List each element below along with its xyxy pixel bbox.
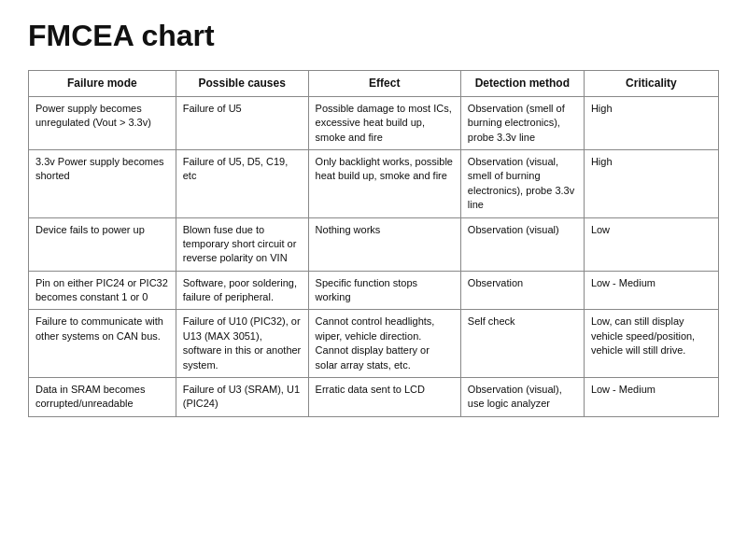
col-header-possible-causes: Possible causes xyxy=(176,71,308,97)
cell-detection_method-4: Self check xyxy=(460,310,584,378)
cell-criticality-2: Low xyxy=(584,217,718,271)
cell-detection_method-5: Observation (visual), use logic analyzer xyxy=(460,378,584,417)
cell-criticality-0: High xyxy=(584,96,718,149)
fmcea-table: Failure mode Possible causes Effect Dete… xyxy=(28,70,719,417)
cell-possible_causes-0: Failure of U5 xyxy=(176,96,308,149)
cell-effect-2: Nothing works xyxy=(308,217,460,271)
cell-failure_mode-1: 3.3v Power supply becomes shorted xyxy=(29,149,176,217)
col-header-detection-method: Detection method xyxy=(460,71,584,97)
cell-criticality-5: Low - Medium xyxy=(584,378,718,417)
table-row: 3.3v Power supply becomes shortedFailure… xyxy=(29,149,719,217)
cell-criticality-4: Low, can still display vehicle speed/pos… xyxy=(584,310,718,378)
cell-effect-0: Possible damage to most ICs, excessive h… xyxy=(308,96,460,149)
col-header-failure-mode: Failure mode xyxy=(29,71,176,97)
table-header-row: Failure mode Possible causes Effect Dete… xyxy=(29,71,719,97)
cell-failure_mode-0: Power supply becomes unregulated (Vout >… xyxy=(29,96,176,149)
table-row: Device fails to power upBlown fuse due t… xyxy=(29,217,719,271)
cell-possible_causes-3: Software, poor soldering, failure of per… xyxy=(176,271,308,310)
table-row: Power supply becomes unregulated (Vout >… xyxy=(29,96,719,149)
cell-failure_mode-2: Device fails to power up xyxy=(29,217,176,271)
cell-effect-5: Erratic data sent to LCD xyxy=(308,378,460,417)
cell-effect-4: Cannot control headlights, wiper, vehicl… xyxy=(308,310,460,378)
cell-criticality-1: High xyxy=(584,149,718,217)
table-row: Pin on either PIC24 or PIC32 becomes con… xyxy=(29,271,719,310)
cell-possible_causes-5: Failure of U3 (SRAM), U1 (PIC24) xyxy=(176,378,308,417)
table-row: Data in SRAM becomes corrupted/unreadabl… xyxy=(29,378,719,417)
cell-criticality-3: Low - Medium xyxy=(584,271,718,310)
cell-detection_method-0: Observation (smell of burning electronic… xyxy=(460,96,584,149)
cell-possible_causes-1: Failure of U5, D5, C19, etc xyxy=(176,149,308,217)
cell-failure_mode-3: Pin on either PIC24 or PIC32 becomes con… xyxy=(29,271,176,310)
cell-effect-3: Specific function stops working xyxy=(308,271,460,310)
col-header-criticality: Criticality xyxy=(584,71,718,97)
cell-detection_method-3: Observation xyxy=(460,271,584,310)
cell-effect-1: Only backlight works, possible heat buil… xyxy=(308,149,460,217)
col-header-effect: Effect xyxy=(308,71,460,97)
table-row: Failure to communicate with other system… xyxy=(29,310,719,378)
cell-detection_method-1: Observation (visual, smell of burning el… xyxy=(460,149,584,217)
cell-possible_causes-4: Failure of U10 (PIC32), or U13 (MAX 3051… xyxy=(176,310,308,378)
page-title: FMCEA chart xyxy=(28,19,719,53)
cell-detection_method-2: Observation (visual) xyxy=(460,217,584,271)
cell-possible_causes-2: Blown fuse due to temporary short circui… xyxy=(176,217,308,271)
cell-failure_mode-5: Data in SRAM becomes corrupted/unreadabl… xyxy=(29,378,176,417)
cell-failure_mode-4: Failure to communicate with other system… xyxy=(29,310,176,378)
